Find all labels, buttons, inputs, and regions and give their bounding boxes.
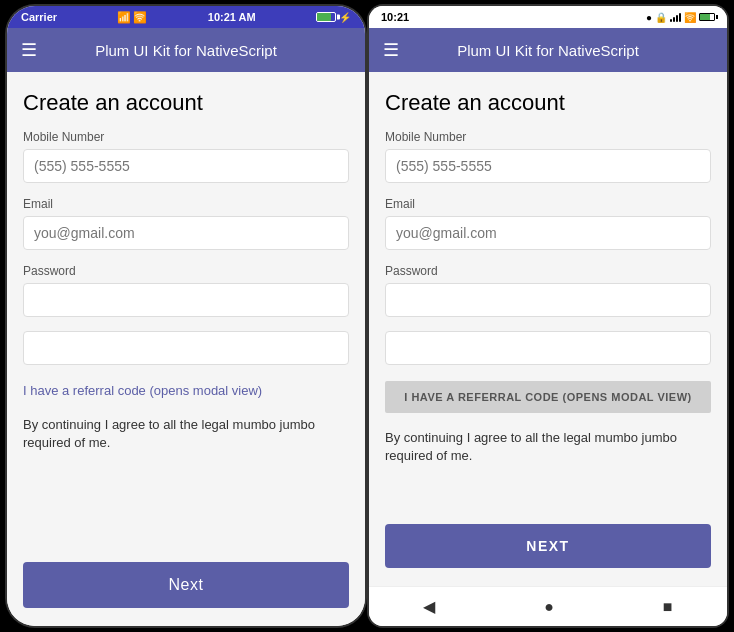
- ios-password-label: Password: [23, 264, 349, 278]
- ios-password-input[interactable]: [23, 283, 349, 317]
- android-battery-icon: [699, 13, 715, 21]
- android-password-label: Password: [385, 264, 711, 278]
- android-time: 10:21: [381, 11, 409, 23]
- android-email-input[interactable]: [385, 216, 711, 250]
- android-mobile-field-group: Mobile Number: [385, 130, 711, 183]
- ios-mobile-label: Mobile Number: [23, 130, 349, 144]
- android-home-icon[interactable]: ●: [544, 598, 554, 616]
- android-status-bar: 10:21 ● 🔒 🛜: [369, 6, 727, 28]
- ios-referral-link[interactable]: I have a referral code (opens modal view…: [23, 383, 349, 398]
- android-phone: 10:21 ● 🔒 🛜 ☰ Plum UI Kit for NativeScri…: [369, 6, 727, 626]
- ios-carrier: Carrier: [21, 11, 57, 23]
- android-email-field-group: Email: [385, 197, 711, 250]
- android-password-field-group: Password: [385, 264, 711, 317]
- android-page-title: Create an account: [385, 90, 711, 116]
- android-content: Create an account Mobile Number Email Pa…: [369, 72, 727, 586]
- android-password-confirm-group: [385, 331, 711, 365]
- ios-email-field-group: Email: [23, 197, 349, 250]
- ios-password-confirm-input[interactable]: [23, 331, 349, 365]
- android-status-icons: ● 🔒 🛜: [646, 12, 715, 23]
- android-password-input[interactable]: [385, 283, 711, 317]
- android-referral-button[interactable]: I HAVE A REFERRAL CODE (OPENS MODAL VIEW…: [385, 381, 711, 413]
- android-mobile-label: Mobile Number: [385, 130, 711, 144]
- ios-menu-icon[interactable]: ☰: [21, 39, 37, 61]
- android-next-button[interactable]: NEXT: [385, 524, 711, 568]
- ios-phone: Carrier 📶 🛜 10:21 AM ⚡ ☰ Plum UI Kit for…: [7, 6, 365, 626]
- ios-status-bar: Carrier 📶 🛜 10:21 AM ⚡: [7, 6, 365, 28]
- ios-password-field-group: Password: [23, 264, 349, 317]
- ios-next-button[interactable]: Next: [23, 562, 349, 608]
- ios-mobile-input[interactable]: [23, 149, 349, 183]
- android-back-icon[interactable]: ◀: [423, 597, 435, 616]
- ios-email-input[interactable]: [23, 216, 349, 250]
- android-nav-title: Plum UI Kit for NativeScript: [413, 42, 683, 59]
- ios-mobile-field-group: Mobile Number: [23, 130, 349, 183]
- ios-password-confirm-group: [23, 331, 349, 365]
- ios-agreement-text: By continuing I agree to all the legal m…: [23, 416, 349, 452]
- ios-nav-bar: ☰ Plum UI Kit for NativeScript: [7, 28, 365, 72]
- android-mobile-input[interactable]: [385, 149, 711, 183]
- android-recent-icon[interactable]: ■: [663, 598, 673, 616]
- android-agreement-text: By continuing I agree to all the legal m…: [385, 429, 711, 465]
- android-nav-bar: ☰ Plum UI Kit for NativeScript: [369, 28, 727, 72]
- android-signal-icon: [670, 12, 681, 22]
- ios-time: 10:21 AM: [208, 11, 256, 23]
- ios-content: Create an account Mobile Number Email Pa…: [7, 72, 365, 626]
- ios-email-label: Email: [23, 197, 349, 211]
- ios-page-title: Create an account: [23, 90, 349, 116]
- android-bottom-nav: ◀ ● ■: [369, 586, 727, 626]
- android-menu-icon[interactable]: ☰: [383, 39, 399, 61]
- ios-nav-title: Plum UI Kit for NativeScript: [51, 42, 321, 59]
- android-email-label: Email: [385, 197, 711, 211]
- android-password-confirm-input[interactable]: [385, 331, 711, 365]
